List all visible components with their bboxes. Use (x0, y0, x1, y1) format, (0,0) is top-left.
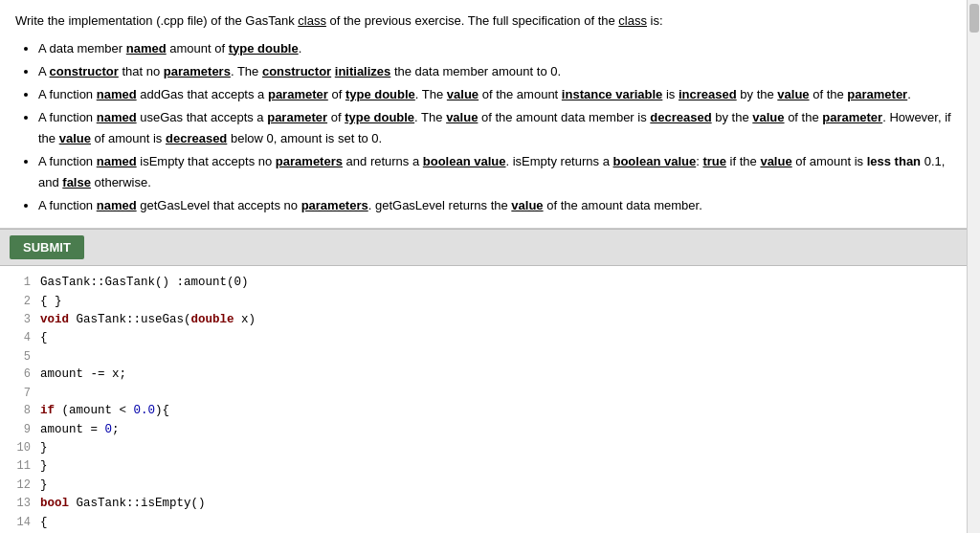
code-text-11: } (40, 457, 48, 476)
scroll-thumb[interactable] (969, 4, 979, 33)
code-text-10: } (40, 439, 48, 457)
req-6: A function named getGasLevel that accept… (38, 195, 965, 216)
line-num-3: 3 (8, 311, 31, 329)
scrollbar[interactable] (967, 0, 980, 533)
line-num-6: 6 (8, 366, 31, 384)
intro-paragraph: Write the implementation (.cpp file) of … (15, 11, 965, 31)
code-line-10: 10 } (0, 439, 980, 457)
code-text-2: { } (40, 293, 62, 311)
req-5: A function named isEmpty that accepts no… (38, 151, 965, 193)
line-num-8: 8 (8, 402, 31, 420)
submit-button[interactable]: SUBMIT (10, 235, 84, 259)
line-num-4: 4 (8, 329, 31, 347)
code-text-14: { (40, 514, 48, 532)
line-num-1: 1 (8, 274, 31, 292)
code-line-2: 2 { } (0, 293, 980, 311)
code-text-9: amount = 0; (40, 421, 120, 439)
line-num-10: 10 (8, 439, 31, 457)
code-line-13: 13 bool GasTank::isEmpty() (0, 495, 980, 513)
line-num-13: 13 (8, 495, 31, 513)
line-num-9: 9 (8, 421, 31, 439)
main-container: Write the implementation (.cpp file) of … (0, 0, 980, 533)
description-section: Write the implementation (.cpp file) of … (0, 0, 980, 229)
code-line-5: 5 (0, 348, 980, 366)
line-num-11: 11 (8, 457, 31, 476)
code-text-12: } (40, 477, 48, 495)
code-editor[interactable]: 1 GasTank::GasTank() :amount(0) 2 { } 3 … (0, 266, 980, 533)
code-text-6: amount -= x; (40, 366, 126, 384)
code-text-13: bool GasTank::isEmpty() (40, 495, 206, 513)
code-line-1: 1 GasTank::GasTank() :amount(0) (0, 274, 980, 292)
req-3: A function named addGas that accepts a p… (38, 84, 965, 105)
code-text-4: { (40, 329, 48, 347)
code-line-9: 9 amount = 0; (0, 421, 980, 439)
code-text-3: void GasTank::useGas(double x) (40, 311, 256, 329)
line-num-12: 12 (8, 477, 31, 495)
code-text-8: if (amount < 0.0){ (40, 402, 169, 420)
requirements-list: A data member named amount of type doubl… (38, 38, 965, 217)
code-line-11: 11 } (0, 457, 980, 476)
submit-bar: SUBMIT (0, 229, 980, 266)
code-line-12: 12 } (0, 477, 980, 495)
line-num-5: 5 (8, 348, 31, 366)
req-4: A function named useGas that accepts a p… (38, 107, 965, 149)
line-num-14: 14 (8, 514, 31, 532)
code-text-1: GasTank::GasTank() :amount(0) (40, 274, 249, 292)
code-line-6: 6 amount -= x; (0, 366, 980, 384)
line-num-2: 2 (8, 293, 31, 311)
req-2: A constructor that no parameters. The co… (38, 61, 965, 82)
code-line-4: 4 { (0, 329, 980, 347)
line-num-7: 7 (8, 385, 31, 403)
req-1: A data member named amount of type doubl… (38, 38, 965, 59)
code-line-14: 14 { (0, 514, 980, 532)
code-line-3: 3 void GasTank::useGas(double x) (0, 311, 980, 329)
code-line-7: 7 (0, 385, 980, 403)
code-line-8: 8 if (amount < 0.0){ (0, 402, 980, 420)
